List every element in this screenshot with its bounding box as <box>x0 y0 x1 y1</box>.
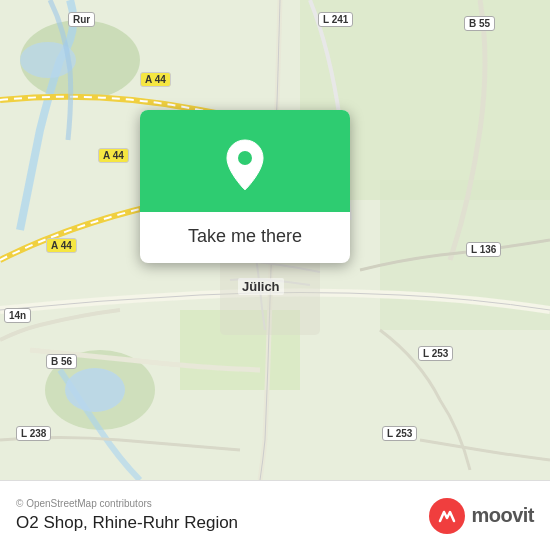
road-label-a44-1: A 44 <box>140 72 171 87</box>
moovit-text: moovit <box>471 504 534 527</box>
road-label-l238: L 238 <box>16 426 51 441</box>
city-label-julich: Jülich <box>238 278 284 295</box>
location-pin-icon <box>223 138 267 192</box>
svg-rect-8 <box>220 255 320 335</box>
road-label-14n: 14n <box>4 308 31 323</box>
road-label-a44-3: A 44 <box>46 238 77 253</box>
road-label-l241: L 241 <box>318 12 353 27</box>
road-label-b56: B 56 <box>46 354 77 369</box>
road-label-l253-1: L 253 <box>418 346 453 361</box>
svg-point-9 <box>238 151 252 165</box>
map-container: Rur L 241 B 55 A 44 A 44 A 44 14n B 56 L… <box>0 0 550 480</box>
road-label-l253-2: L 253 <box>382 426 417 441</box>
svg-point-6 <box>65 368 125 412</box>
moovit-brand-icon <box>436 505 458 527</box>
road-label-rur: Rur <box>68 12 95 27</box>
bottom-left-info: © OpenStreetMap contributors O2 Shop, Rh… <box>16 498 238 533</box>
bottom-bar: © OpenStreetMap contributors O2 Shop, Rh… <box>0 480 550 550</box>
road-label-b55: B 55 <box>464 16 495 31</box>
road-label-a44-2: A 44 <box>98 148 129 163</box>
location-popup: Take me there <box>140 110 350 263</box>
take-me-there-button[interactable]: Take me there <box>140 212 350 263</box>
popup-header <box>140 110 350 212</box>
attribution-text: © OpenStreetMap contributors <box>16 498 238 509</box>
moovit-icon <box>429 498 465 534</box>
road-label-l136: L 136 <box>466 242 501 257</box>
moovit-logo: moovit <box>429 498 534 534</box>
location-name: O2 Shop, Rhine-Ruhr Region <box>16 513 238 533</box>
